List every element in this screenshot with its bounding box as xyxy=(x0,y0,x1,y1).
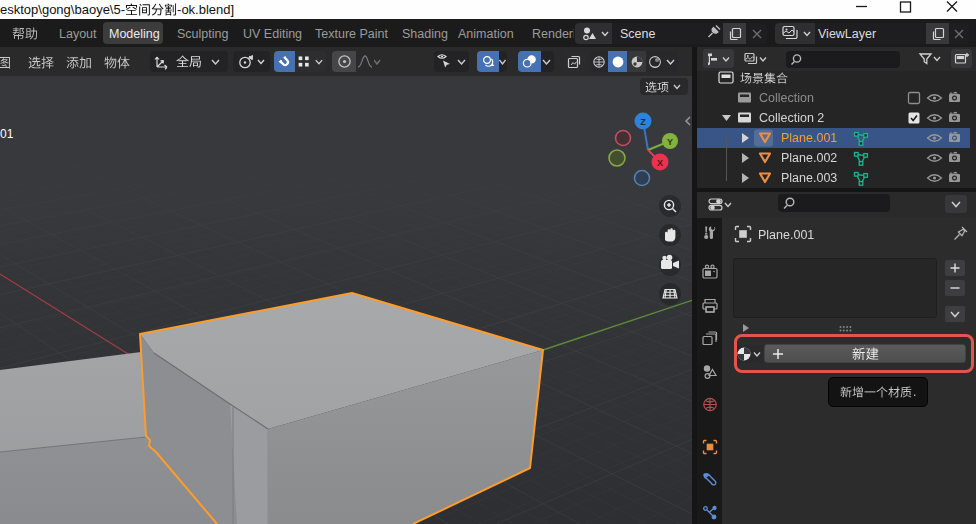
svg-text:Y: Y xyxy=(667,137,673,147)
svg-text:X: X xyxy=(657,158,663,168)
svg-text:Z: Z xyxy=(640,117,646,127)
